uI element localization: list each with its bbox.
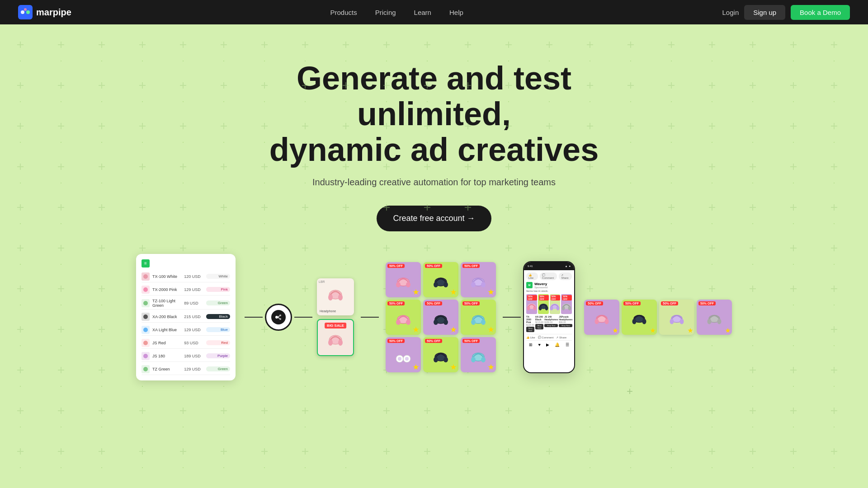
ad-cell: 50% OFF bbox=[386, 300, 421, 335]
svg-point-21 bbox=[328, 294, 333, 300]
ad-cell: 50% OFF bbox=[461, 262, 496, 297]
ad-cell: 50% OFF bbox=[386, 337, 421, 372]
svg-point-3 bbox=[24, 8, 27, 11]
svg-point-22 bbox=[338, 294, 343, 300]
table-row: TX-2000 Pink 129 USD Pink bbox=[142, 284, 230, 296]
svg-point-34 bbox=[481, 282, 486, 287]
svg-point-24 bbox=[328, 339, 333, 346]
svg-point-76 bbox=[708, 319, 712, 324]
nav-links: Products Pricing Learn Help bbox=[330, 9, 463, 16]
product-thumb bbox=[142, 352, 150, 360]
pipeline-connector bbox=[245, 304, 312, 331]
phone-status-bar: 9:41 ▲● bbox=[524, 262, 574, 270]
decorative-plus: + bbox=[0, 385, 868, 398]
ad-cell: 50% OFF bbox=[423, 300, 458, 335]
demo-illustration: ≡ TX-100 White 120 USD White TX-2000 Pin… bbox=[0, 254, 868, 380]
template-cards: LBR Headphone BIG SALE bbox=[317, 278, 354, 356]
spreadsheet-panel: ≡ TX-100 White 120 USD White TX-2000 Pin… bbox=[136, 254, 236, 380]
svg-point-12 bbox=[143, 341, 148, 345]
product-thumb bbox=[142, 339, 150, 347]
logo: marpipe bbox=[18, 5, 71, 19]
create-account-button[interactable]: Create free account → bbox=[377, 206, 491, 231]
processor-circle bbox=[265, 304, 292, 331]
processor-icon bbox=[271, 310, 286, 324]
svg-point-28 bbox=[406, 282, 410, 287]
svg-point-16 bbox=[279, 314, 281, 316]
book-demo-button[interactable]: Book a Demo bbox=[791, 5, 850, 20]
ad-grid: 50% OFF 50% OFF bbox=[386, 262, 496, 372]
phone-social-actions: 👍 Like 💬 Comment ↗ Share bbox=[526, 272, 572, 280]
svg-point-2 bbox=[26, 10, 30, 14]
nav-learn[interactable]: Learn bbox=[414, 9, 431, 16]
wide-ad-cell: 50% OFF bbox=[622, 300, 657, 335]
product-thumb bbox=[142, 365, 150, 373]
wide-ad-cell: 50% OFF bbox=[584, 300, 619, 335]
logo-text: marpipe bbox=[36, 7, 71, 18]
svg-point-62 bbox=[557, 306, 560, 310]
login-button[interactable]: Login bbox=[722, 9, 739, 16]
phone-bottom-actions: 👍 Like 💬 Comment ↗ Share bbox=[526, 334, 572, 339]
svg-point-8 bbox=[143, 287, 148, 292]
table-row: TZ-100 Light Green 89 USD Green bbox=[142, 297, 230, 310]
svg-point-36 bbox=[396, 319, 401, 325]
svg-point-42 bbox=[471, 319, 476, 325]
line-left bbox=[245, 317, 263, 318]
product-thumb bbox=[142, 272, 150, 281]
spreadsheet-icon: ≡ bbox=[142, 259, 150, 267]
svg-point-55 bbox=[527, 306, 530, 310]
svg-point-11 bbox=[143, 328, 148, 332]
svg-point-65 bbox=[568, 306, 571, 310]
svg-point-59 bbox=[545, 306, 548, 310]
product-thumb bbox=[142, 299, 150, 307]
svg-point-47 bbox=[405, 357, 409, 361]
nav-help[interactable]: Help bbox=[449, 9, 463, 16]
svg-point-61 bbox=[550, 306, 553, 310]
phone-ad-cell: 50% OFF bbox=[550, 294, 561, 314]
svg-point-13 bbox=[143, 354, 148, 358]
ad-cell: 50% OFF bbox=[423, 337, 458, 372]
nav-actions: Login Sign up Book a Demo bbox=[722, 5, 850, 20]
svg-point-33 bbox=[471, 282, 476, 287]
phone-brand-row: M Wavery Sponsored bbox=[526, 282, 572, 289]
phone-ad-cell: 50% OFF bbox=[538, 294, 549, 314]
svg-point-58 bbox=[538, 306, 542, 310]
svg-point-27 bbox=[396, 282, 401, 287]
svg-point-1 bbox=[21, 10, 24, 14]
table-row: TZ Green 129 USD Green bbox=[142, 364, 230, 375]
svg-line-19 bbox=[278, 317, 279, 319]
svg-point-70 bbox=[632, 319, 637, 324]
product-thumb bbox=[142, 286, 150, 294]
svg-point-14 bbox=[143, 367, 148, 371]
svg-point-50 bbox=[443, 357, 448, 362]
svg-point-25 bbox=[338, 339, 343, 346]
table-row: XA-200 Black 215 USD Black bbox=[142, 311, 230, 323]
svg-point-52 bbox=[471, 357, 476, 362]
svg-point-73 bbox=[670, 319, 674, 324]
hero-section: Generate and test unlimited, dynamic ad … bbox=[0, 24, 868, 231]
nav-pricing[interactable]: Pricing bbox=[375, 9, 396, 16]
arrow-to-phone bbox=[503, 317, 521, 318]
svg-point-15 bbox=[275, 316, 278, 319]
phone-mockup: 9:41 ▲● 👍 Like 💬 Comment ↗ Share M Waver… bbox=[523, 261, 575, 373]
table-row: XA Light Blue 129 USD Blue bbox=[142, 324, 230, 336]
svg-point-37 bbox=[406, 319, 410, 325]
svg-point-7 bbox=[143, 274, 148, 279]
table-row: JS 180 189 USD Purple bbox=[142, 351, 230, 362]
ad-cell: 50% OFF bbox=[423, 262, 458, 297]
phone-ad-cell: 50% OFF bbox=[561, 294, 572, 314]
svg-point-71 bbox=[642, 319, 646, 324]
svg-rect-0 bbox=[18, 5, 33, 19]
ad-cell: 50% OFF bbox=[386, 262, 421, 297]
svg-point-56 bbox=[533, 306, 536, 310]
wide-ad-cell: 50% OFF bbox=[697, 300, 732, 335]
svg-point-9 bbox=[143, 301, 148, 305]
nav-products[interactable]: Products bbox=[330, 9, 357, 16]
signup-button[interactable]: Sign up bbox=[744, 5, 785, 20]
svg-point-10 bbox=[143, 314, 148, 319]
svg-point-67 bbox=[595, 319, 599, 324]
svg-point-68 bbox=[605, 319, 609, 324]
svg-point-31 bbox=[443, 282, 448, 287]
product-thumb bbox=[142, 313, 150, 321]
svg-point-77 bbox=[717, 319, 722, 324]
svg-point-74 bbox=[680, 319, 684, 324]
